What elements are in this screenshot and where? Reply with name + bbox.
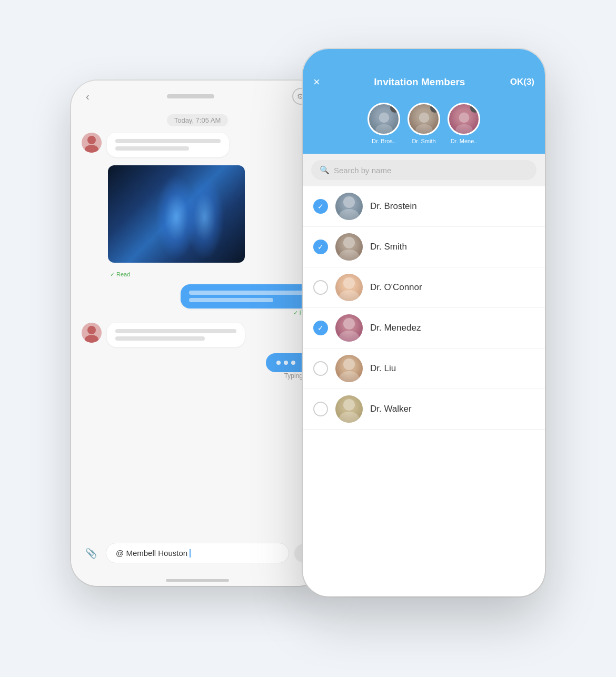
message-bubble-received-2 [107, 323, 245, 347]
svg-point-0 [87, 136, 96, 144]
bubble-line-blue [189, 298, 273, 302]
selected-avatar-brostein: × [367, 103, 400, 135]
search-input[interactable]: Search by name [334, 166, 391, 175]
svg-point-17 [339, 331, 359, 342]
list-item-smith: Dr. Smith [303, 227, 545, 267]
member-name-walker: Dr. Walker [370, 404, 412, 414]
selected-member-menedez: × Dr. Mene.. [448, 103, 480, 144]
avatar-oconnor [335, 274, 363, 301]
checkbox-walker[interactable] [313, 402, 328, 416]
typing-dot-2 [284, 361, 288, 365]
list-item-menedez: Dr. Menedez [303, 308, 545, 349]
message-input[interactable]: @ Membell Houston [106, 543, 289, 563]
home-indicator [166, 579, 229, 582]
message-bubble-sent [181, 284, 313, 308]
selected-members-row: × Dr. Bros.. × Dr. Smith × Dr. Mene.. [303, 97, 545, 154]
search-bar: 🔍 Search by name [303, 154, 545, 186]
list-item-brostein: Dr. Brostein [303, 186, 545, 227]
svg-point-2 [87, 326, 96, 334]
checkbox-smith[interactable] [313, 240, 328, 254]
remove-brostein-button[interactable]: × [390, 103, 400, 113]
bubble-line [115, 139, 221, 143]
message-row-received [82, 133, 313, 157]
message-row-received-2 [82, 323, 313, 347]
list-item-liu: Dr. Liu [303, 349, 545, 389]
avatar-brostein [335, 193, 363, 220]
svg-point-1 [85, 145, 98, 153]
checkbox-liu[interactable] [313, 361, 328, 376]
selected-name-smith: Dr. Smith [412, 138, 435, 144]
status-pill [167, 94, 214, 98]
svg-point-3 [85, 335, 98, 343]
svg-point-16 [343, 318, 355, 330]
search-input-wrap[interactable]: 🔍 Search by name [311, 160, 536, 180]
invitation-header: × Invitation Members OK(3) [303, 49, 545, 97]
invitation-phone: × Invitation Members OK(3) × Dr. Bros.. … [303, 49, 545, 596]
selected-avatar-smith: × [408, 103, 440, 135]
avatar-walker [335, 395, 363, 423]
back-button[interactable]: ‹ [86, 91, 90, 103]
close-button[interactable]: × [313, 75, 329, 89]
message-bubble-received [107, 133, 229, 157]
remove-menedez-button[interactable]: × [470, 103, 480, 113]
typing-dot-3 [291, 361, 295, 365]
avatar-liu [335, 355, 363, 382]
checkbox-menedez[interactable] [313, 321, 328, 335]
bubble-line [115, 146, 189, 151]
svg-point-5 [375, 124, 392, 134]
list-item-walker: Dr. Walker [303, 389, 545, 430]
chat-area: Today, 7:05 AM ✓ Read [71, 109, 324, 536]
svg-point-15 [339, 290, 359, 301]
xray-image [108, 165, 245, 263]
bubble-line-blue [189, 291, 305, 295]
checkbox-brostein[interactable] [313, 199, 328, 214]
message-row-sent: ✓ Read [82, 284, 313, 316]
checkbox-oconnor[interactable] [313, 280, 328, 295]
avatar-smith [335, 233, 363, 261]
svg-point-20 [343, 399, 355, 411]
svg-point-9 [455, 124, 472, 134]
svg-point-14 [343, 277, 355, 289]
svg-point-18 [343, 359, 355, 370]
svg-point-4 [379, 113, 389, 123]
selected-member-brostein: × Dr. Bros.. [367, 103, 400, 144]
svg-point-10 [343, 196, 355, 208]
member-name-oconnor: Dr. O'Connor [370, 282, 422, 293]
selected-name-menedez: Dr. Mene.. [451, 138, 478, 144]
member-name-smith: Dr. Smith [370, 242, 407, 252]
member-list: Dr. Brostein Dr. Smith Dr. O'Connor [303, 186, 545, 430]
text-cursor [190, 549, 191, 557]
svg-point-21 [339, 412, 359, 423]
avatar-menedez [335, 314, 363, 342]
remove-smith-button[interactable]: × [430, 103, 440, 113]
svg-point-7 [415, 124, 432, 134]
svg-point-6 [419, 113, 429, 123]
chat-phone: ‹ ⚙ Today, 7:05 AM [71, 81, 324, 586]
list-item-oconnor: Dr. O'Connor [303, 267, 545, 308]
ok-button[interactable]: OK(3) [510, 77, 534, 87]
svg-point-19 [339, 371, 359, 382]
typing-row: Typing... [82, 353, 313, 380]
sender-avatar-2 [82, 323, 102, 343]
selected-avatar-menedez: × [448, 103, 480, 135]
svg-point-12 [343, 237, 355, 248]
header-title: Invitation Members [374, 76, 465, 88]
selected-name-brostein: Dr. Bros.. [372, 138, 396, 144]
typing-dot-1 [276, 361, 281, 365]
svg-point-11 [339, 209, 359, 220]
search-icon: 🔍 [320, 165, 330, 175]
member-name-brostein: Dr. Brostein [370, 201, 417, 212]
input-bar: 📎 @ Membell Houston ➤ [71, 536, 324, 579]
read-label-1: ✓ Read [110, 271, 130, 278]
selected-member-smith: × Dr. Smith [408, 103, 440, 144]
svg-point-8 [459, 113, 469, 123]
bubble-line [115, 336, 205, 341]
timestamp: Today, 7:05 AM [167, 114, 228, 126]
attachment-button[interactable]: 📎 [82, 544, 101, 563]
member-name-liu: Dr. Liu [370, 363, 396, 374]
bubble-line [115, 329, 236, 333]
svg-point-13 [339, 250, 359, 261]
input-text: @ Membell Houston [116, 549, 187, 557]
sender-avatar [82, 133, 102, 153]
member-name-menedez: Dr. Menedez [370, 323, 421, 333]
